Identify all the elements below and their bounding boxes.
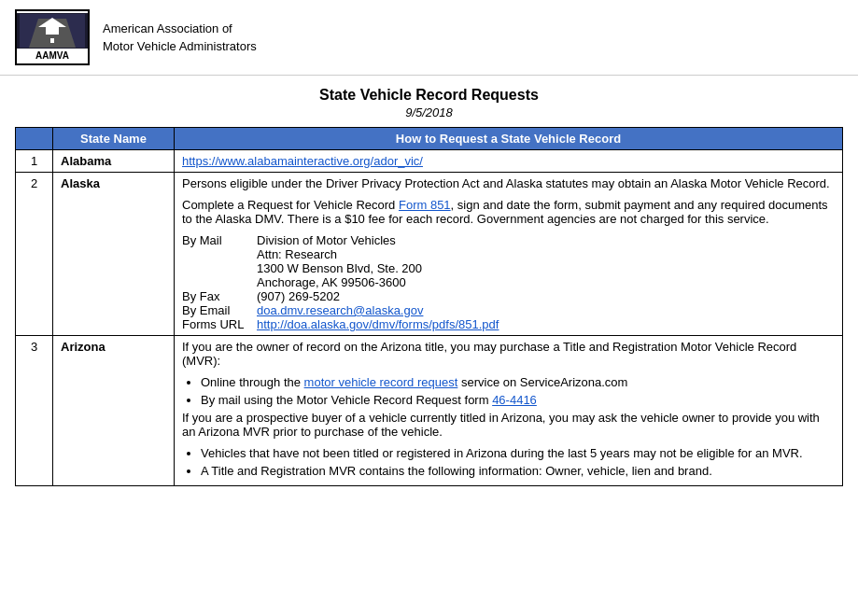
alaska-para2: Complete a Request for Vehicle Record Fo… — [182, 198, 835, 226]
state-name-arizona: Arizona — [53, 336, 175, 486]
col-header-state: State Name — [53, 128, 175, 150]
arizona-bullets-2: Vehicles that have not been titled or re… — [201, 446, 835, 478]
aamva-logo: AAMVA — [15, 9, 90, 65]
arizona-bullet-1: Online through the motor vehicle record … — [201, 375, 835, 389]
state-name-alabama: Alabama — [53, 150, 175, 173]
arizona-bullets-1: Online through the motor vehicle record … — [201, 375, 835, 407]
forms-value: http://doa.alaska.gov/dmv/forms/pdfs/851… — [257, 317, 499, 331]
fax-value: (907) 269-5202 — [257, 289, 499, 303]
arizona-para1: If you are the owner of record on the Ar… — [182, 340, 835, 368]
row-number: 2 — [16, 173, 53, 336]
arizona-mvr-link[interactable]: motor vehicle record request — [304, 375, 458, 389]
forms-label: Forms URL — [182, 317, 257, 331]
arizona-bullet-3: Vehicles that have not been titled or re… — [201, 446, 835, 460]
alaska-email-link[interactable]: doa.dmv.research@alaska.gov — [257, 303, 423, 317]
mail-address: Division of Motor Vehicles Attn: Researc… — [257, 233, 499, 289]
org-name: American Association of Motor Vehicle Ad… — [103, 20, 257, 56]
col-header-how: How to Request a State Vehicle Record — [175, 128, 843, 150]
state-records-table: State Name How to Request a State Vehicl… — [15, 127, 843, 486]
alaska-form-link[interactable]: Form 851 — [399, 198, 451, 212]
page-date: 9/5/2018 — [0, 105, 858, 119]
page-header: AAMVA American Association of Motor Vehi… — [0, 0, 858, 76]
svg-rect-4 — [50, 38, 54, 43]
alaska-content: Persons eligible under the Driver Privac… — [175, 173, 843, 336]
alabama-content: https://www.alabamainteractive.org/ador_… — [175, 150, 843, 173]
arizona-para2: If you are a prospective buyer of a vehi… — [182, 411, 835, 439]
row-number: 1 — [16, 150, 53, 173]
mail-label: By Mail — [182, 233, 257, 289]
row-number: 3 — [16, 336, 53, 486]
table-row: 1 Alabama https://www.alabamainteractive… — [16, 150, 843, 173]
logo-text: AAMVA — [35, 49, 69, 63]
arizona-content: If you are the owner of record on the Ar… — [175, 336, 843, 486]
arizona-bullet-2: By mail using the Motor Vehicle Record R… — [201, 393, 835, 407]
alaska-forms-link[interactable]: http://doa.alaska.gov/dmv/forms/pdfs/851… — [257, 317, 499, 331]
table-row: 2 Alaska Persons eligible under the Driv… — [16, 173, 843, 336]
logo-road-graphic — [17, 13, 88, 49]
arizona-form-link[interactable]: 46-4416 — [492, 393, 537, 407]
state-name-alaska: Alaska — [53, 173, 175, 336]
fax-label: By Fax — [182, 289, 257, 303]
email-label: By Email — [182, 303, 257, 317]
alabama-link[interactable]: https://www.alabamainteractive.org/ador_… — [182, 154, 423, 168]
email-value: doa.dmv.research@alaska.gov — [257, 303, 499, 317]
page-title: State Vehicle Record Requests — [0, 87, 858, 104]
col-header-num — [16, 128, 53, 150]
alaska-address-table: By Mail Division of Motor Vehicles Attn:… — [182, 233, 499, 331]
arizona-bullet-4: A Title and Registration MVR contains th… — [201, 464, 835, 478]
table-row: 3 Arizona If you are the owner of record… — [16, 336, 843, 486]
alaska-para1: Persons eligible under the Driver Privac… — [182, 176, 835, 190]
